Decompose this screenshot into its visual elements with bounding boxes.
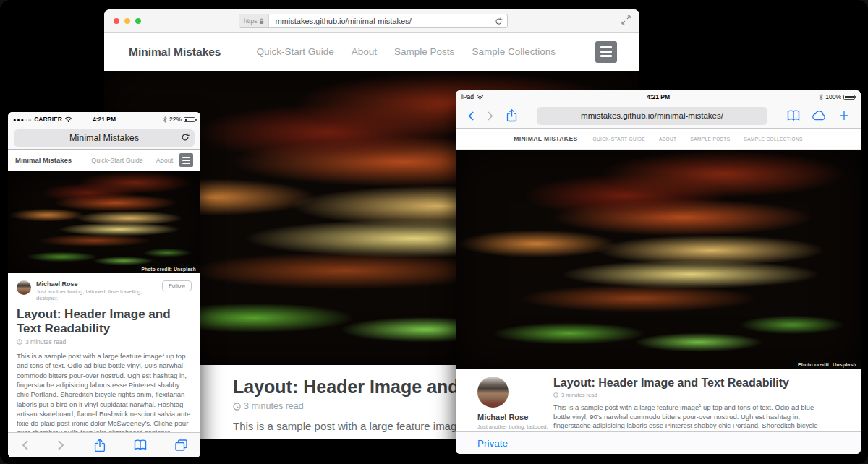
- author-name: Michael Rose: [477, 413, 553, 421]
- private-browsing-bar: Private: [456, 431, 861, 454]
- iphone-url-bar: Minimal Mistakes: [8, 126, 200, 150]
- iphone-safari-toolbar: [8, 432, 200, 457]
- battery-icon: [843, 95, 855, 100]
- nav-item-quick-start-guide[interactable]: QUICK-START GUIDE: [593, 137, 646, 142]
- iphone-address-field[interactable]: Minimal Mistakes: [14, 129, 195, 147]
- nav-item-quick-start-guide[interactable]: Quick-Start Guide: [257, 46, 334, 57]
- feature-image: Photo credit: Unsplash: [8, 171, 200, 273]
- author-name: Michael Rose: [36, 280, 157, 288]
- nav-item-about[interactable]: About: [352, 46, 377, 57]
- back-icon[interactable]: [467, 111, 475, 121]
- hamburger-menu-button[interactable]: [179, 153, 193, 167]
- author-bio: Just another boring, tattooed, time trav…: [477, 424, 556, 430]
- follow-button[interactable]: Follow: [162, 280, 192, 291]
- iphone-screen: ●●●○○ CARRIER 4:21 PM 22% Minimal Mistak…: [8, 112, 200, 457]
- private-button[interactable]: Private: [477, 438, 508, 449]
- lock-icon: [259, 18, 264, 25]
- back-icon[interactable]: [21, 439, 29, 451]
- ipad-site-nav: MINIMAL MISTAKES QUICK-START GUIDE ABOUT…: [456, 129, 861, 150]
- post-title: Layout: Header Image and Text Readabilit…: [553, 377, 832, 390]
- https-badge: https: [239, 14, 269, 27]
- photo-credit-badge: Photo credit: Unsplash: [793, 361, 861, 369]
- desktop-browser-chrome: https mmistakes.github.io/minimal-mistak…: [104, 9, 639, 33]
- post-title: Layout: Header Image and Text Readabilit…: [17, 307, 187, 335]
- forward-icon[interactable]: [487, 111, 494, 121]
- iphone-article: Michael Rose Just another boring, tattoo…: [8, 273, 200, 432]
- bookmarks-icon[interactable]: [787, 110, 800, 121]
- reload-icon[interactable]: [495, 17, 503, 25]
- author-bio: Just another boring, tattooed, time trav…: [36, 288, 157, 301]
- page-title: Minimal Mistakes: [69, 133, 139, 143]
- status-time: 4:21 PM: [456, 93, 861, 100]
- share-icon[interactable]: [94, 439, 106, 452]
- ipad-address-field[interactable]: mmistakes.github.io/minimal-mistakes/: [537, 107, 767, 125]
- nav-item-about[interactable]: About: [156, 157, 174, 164]
- minimize-window-icon[interactable]: [124, 18, 130, 24]
- bookmarks-icon[interactable]: [134, 439, 147, 451]
- ipad-safari-toolbar: mmistakes.github.io/minimal-mistakes/: [456, 103, 861, 129]
- tabs-icon[interactable]: [175, 439, 187, 451]
- close-window-icon[interactable]: [114, 18, 119, 24]
- window-controls[interactable]: [114, 18, 141, 24]
- bluetooth-icon: [163, 116, 167, 123]
- url-text: mmistakes.github.io/minimal-mistakes/: [581, 111, 723, 120]
- feature-image: Photo credit: Unsplash: [456, 150, 861, 369]
- nav-item-sample-posts[interactable]: Sample Posts: [394, 46, 454, 57]
- post-body: This is a sample post with a large featu…: [17, 351, 192, 432]
- avatar: [17, 280, 31, 295]
- hamburger-menu-button[interactable]: [595, 41, 617, 63]
- https-label: https: [244, 17, 257, 25]
- ipad-article: Michael Rose Just another boring, tattoo…: [456, 369, 861, 431]
- clock-icon: [233, 403, 241, 411]
- url-text: mmistakes.github.io/minimal-mistakes/: [269, 17, 495, 25]
- zoom-window-icon[interactable]: [135, 18, 141, 24]
- site-brand[interactable]: Minimal Mistakes: [15, 156, 72, 164]
- iphone-status-bar: ●●●○○ CARRIER 4:21 PM 22%: [8, 112, 200, 126]
- read-time: 3 minutes read: [25, 338, 66, 345]
- address-bar[interactable]: https mmistakes.github.io/minimal-mistak…: [239, 14, 508, 28]
- forward-icon[interactable]: [57, 439, 65, 451]
- author-sidebar: Michael Rose Just another boring, tattoo…: [456, 369, 553, 431]
- read-time: 3 minutes read: [244, 401, 304, 411]
- share-icon[interactable]: [506, 109, 517, 122]
- read-time: 3 minutes read: [561, 392, 597, 398]
- avatar: [477, 377, 509, 408]
- nav-item-quick-start-guide[interactable]: Quick-Start Guide: [91, 157, 143, 164]
- iphone-site-nav: Minimal Mistakes Quick-Start Guide About: [8, 150, 200, 171]
- fullscreen-icon[interactable]: [621, 15, 631, 25]
- clock-icon: [17, 339, 22, 345]
- nav-item-about[interactable]: ABOUT: [659, 137, 676, 142]
- desktop-site-nav: Minimal Mistakes Quick-Start Guide About…: [104, 33, 639, 71]
- battery-icon: [184, 117, 195, 122]
- clock-icon: [553, 392, 558, 398]
- site-brand[interactable]: Minimal Mistakes: [129, 46, 221, 59]
- ipad-status-bar: iPad 4:21 PM 100%: [456, 90, 861, 103]
- ipad-screen: iPad 4:21 PM 100% mmistakes.github.io/mi…: [456, 90, 861, 454]
- battery-percent: 100%: [825, 93, 841, 100]
- nav-item-sample-collections[interactable]: SAMPLE COLLECTIONS: [744, 137, 802, 142]
- new-tab-icon[interactable]: [839, 111, 849, 121]
- nav-item-sample-collections[interactable]: Sample Collections: [472, 46, 556, 57]
- post-body: This is a sample post with a large featu…: [553, 403, 832, 431]
- site-brand[interactable]: MINIMAL MISTAKES: [514, 135, 577, 142]
- battery-percent: 22%: [169, 116, 182, 123]
- reload-icon[interactable]: [181, 133, 190, 142]
- author-block: Michael Rose Just another boring, tattoo…: [17, 280, 192, 301]
- photo-credit-badge: Photo credit: Unsplash: [137, 265, 200, 273]
- nav-item-sample-posts[interactable]: SAMPLE POSTS: [690, 137, 730, 142]
- icloud-tabs-icon[interactable]: [812, 111, 827, 121]
- bluetooth-icon: [819, 94, 823, 100]
- device-mockup-canvas: https mmistakes.github.io/minimal-mistak…: [0, 0, 868, 464]
